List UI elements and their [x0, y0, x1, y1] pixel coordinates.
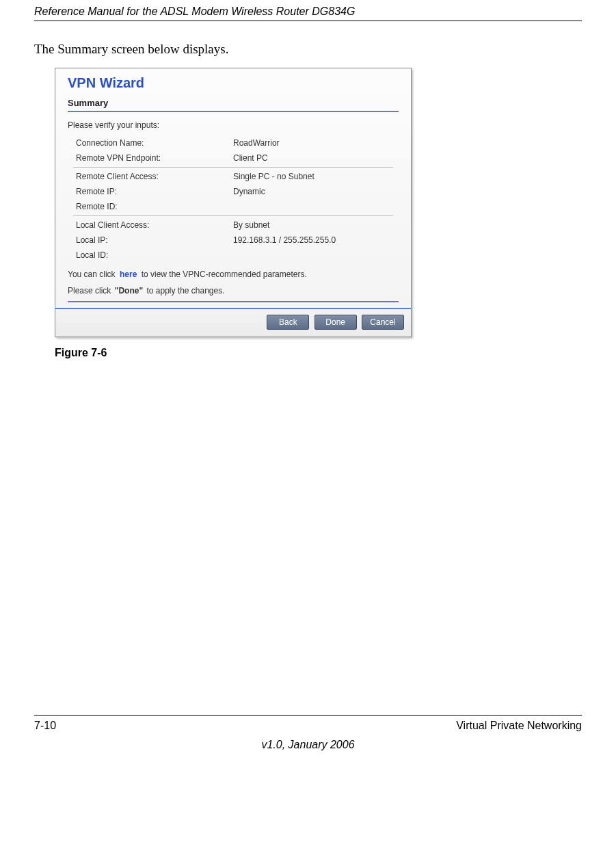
summary-value: By subnet: [233, 220, 399, 230]
summary-rows: Connection Name:RoadWarriorRemote VPN En…: [68, 135, 399, 263]
page-number: 7-10: [34, 720, 56, 732]
section-name: Virtual Private Networking: [456, 720, 582, 732]
summary-row: Connection Name:RoadWarrior: [68, 135, 399, 150]
summary-key: Connection Name:: [68, 138, 233, 148]
summary-key: Local ID:: [68, 250, 233, 260]
summary-key: Remote Client Access:: [68, 172, 233, 181]
summary-value: 192.168.3.1 / 255.255.255.0: [233, 235, 399, 245]
figure-label: Figure 7-6: [55, 347, 582, 359]
summary-key: Remote IP:: [68, 187, 233, 196]
summary-value: RoadWarrior: [233, 138, 399, 148]
hint-text: to view the VPNC-recommended parameters.: [142, 270, 307, 279]
summary-key: Local IP:: [68, 235, 233, 245]
summary-key: Remote ID:: [68, 202, 233, 211]
summary-key: Remote VPN Endpoint:: [68, 153, 233, 163]
hint-vpnc: You can click here to view the VPNC-reco…: [68, 270, 399, 279]
summary-row: Local IP:192.168.3.1 / 255.255.255.0: [68, 233, 399, 248]
doc-header: Reference Manual for the ADSL Modem Wire…: [34, 0, 582, 21]
summary-key: Local Client Access:: [68, 220, 233, 230]
back-button[interactable]: Back: [267, 315, 309, 330]
hint-bold: "Done": [113, 286, 144, 296]
wizard-button-bar: Back Done Cancel: [55, 308, 411, 337]
summary-row: Remote IP:Dynamic: [68, 184, 399, 199]
verify-label: Please verify your inputs:: [68, 120, 399, 130]
wizard-title: VPN Wizard: [68, 75, 399, 91]
summary-row: Local ID:: [68, 248, 399, 263]
summary-value: Dynamic: [233, 187, 399, 196]
doc-footer: 7-10 Virtual Private Networking v1.0, Ja…: [34, 715, 582, 751]
summary-row: Remote ID:: [68, 199, 399, 214]
summary-row: Remote Client Access:Single PC - no Subn…: [68, 169, 399, 184]
cancel-button[interactable]: Cancel: [362, 315, 404, 330]
hint-text: You can click: [68, 270, 116, 279]
summary-heading: Summary: [68, 98, 399, 108]
summary-value: Client PC: [233, 153, 399, 163]
intro-text: The Summary screen below displays.: [34, 42, 582, 57]
hint-text: Please click: [68, 286, 111, 296]
hint-text: to apply the changes.: [146, 286, 224, 296]
divider: [68, 111, 399, 112]
summary-value: [233, 202, 399, 211]
summary-row: Remote VPN Endpoint:Client PC: [68, 150, 399, 166]
divider: [68, 301, 399, 302]
row-divider: [73, 215, 393, 216]
summary-value: Single PC - no Subnet: [233, 172, 399, 181]
row-divider: [73, 167, 393, 168]
doc-version: v1.0, January 2006: [34, 739, 582, 751]
vpn-wizard-summary-screenshot: VPN Wizard Summary Please verify your in…: [55, 68, 412, 337]
done-button[interactable]: Done: [314, 315, 357, 330]
summary-row: Local Client Access:By subnet: [68, 218, 399, 233]
here-link[interactable]: here: [118, 270, 139, 279]
hint-done: Please click "Done" to apply the changes…: [68, 286, 399, 296]
summary-value: [233, 250, 399, 260]
